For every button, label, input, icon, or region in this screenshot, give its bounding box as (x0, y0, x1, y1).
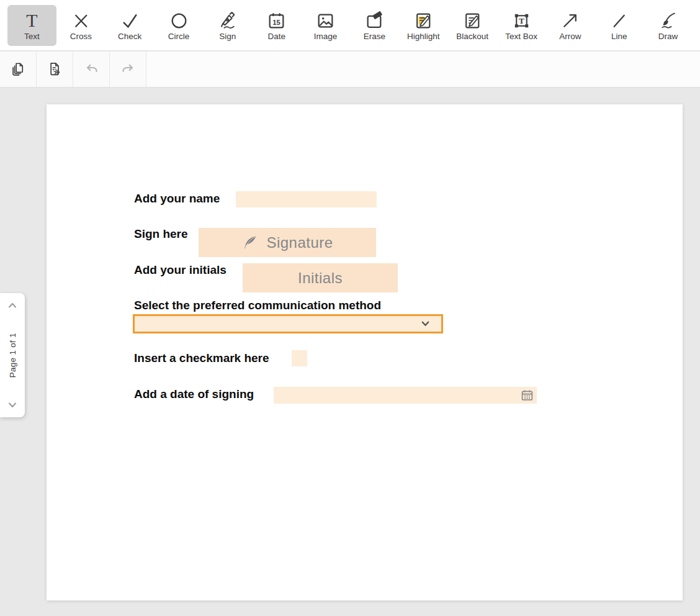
tool-label: Circle (168, 32, 190, 41)
date-field-label: Add a date of signing (134, 387, 254, 401)
erase-icon (364, 11, 385, 31)
image-icon (315, 11, 336, 31)
tool-draw[interactable]: Draw (644, 5, 693, 46)
tool-label: Draw (658, 32, 678, 41)
sign-icon (217, 11, 238, 31)
dropdown-field-label: Select the preferred communication metho… (134, 299, 381, 312)
document-canvas: Add your name Sign here Signature Add yo… (0, 88, 700, 616)
svg-text:T: T (26, 11, 37, 30)
page-navigator: Page 1 of 1 (0, 293, 25, 417)
pages-button[interactable] (0, 52, 37, 87)
tool-label: Arrow (559, 32, 581, 41)
text-icon: T (22, 11, 42, 31)
calendar-icon (521, 389, 534, 402)
signature-field-label: Sign here (134, 227, 188, 241)
date-icon: 15 (266, 11, 287, 31)
check-icon (120, 11, 140, 31)
tool-sign[interactable]: Sign (203, 5, 252, 46)
tool-image[interactable]: Image (301, 5, 350, 46)
page-settings-button[interactable] (37, 52, 73, 87)
line-icon (609, 11, 629, 31)
tool-circle[interactable]: Circle (155, 5, 204, 46)
svg-text:15: 15 (272, 19, 280, 26)
next-page-button[interactable] (7, 401, 18, 410)
tool-label: Date (267, 32, 285, 41)
tool-text[interactable]: T Text (7, 5, 56, 46)
blackout-icon (462, 11, 483, 31)
page-settings-icon (47, 61, 63, 78)
tool-text-box[interactable]: T Text Box (497, 5, 546, 46)
tool-date[interactable]: 15 Date (252, 5, 301, 46)
tool-label: Text (24, 32, 40, 41)
tool-label: Text Box (505, 32, 537, 41)
signature-field[interactable]: Signature (199, 228, 376, 257)
tool-line[interactable]: Line (595, 5, 644, 46)
arrow-icon (560, 11, 580, 31)
undo-icon (83, 61, 100, 78)
highlight-icon (413, 11, 434, 31)
redo-button[interactable] (110, 52, 146, 87)
name-field-label: Add your name (134, 192, 220, 206)
checkmark-field[interactable] (292, 350, 307, 366)
tool-highlight[interactable]: Highlight (399, 5, 448, 46)
initials-field-label: Add your initials (134, 263, 227, 277)
tool-label: Cross (70, 32, 92, 41)
tool-check[interactable]: Check (105, 5, 155, 46)
date-of-signing-field[interactable] (274, 387, 537, 404)
tool-label: Line (611, 32, 627, 41)
pdf-editor-app: T Text Cross Check Circle (0, 0, 700, 616)
main-toolbar: T Text Cross Check Circle (0, 0, 700, 51)
name-input-field[interactable] (236, 191, 377, 207)
svg-text:T: T (519, 16, 524, 25)
checkbox-field-label: Insert a checkmark here (134, 351, 269, 365)
redo-icon (120, 61, 137, 78)
tool-cross[interactable]: Cross (56, 5, 105, 46)
undo-button[interactable] (73, 52, 110, 87)
signature-placeholder: Signature (266, 234, 333, 251)
tool-blackout[interactable]: Blackout (448, 5, 497, 46)
tool-label: Blackout (456, 32, 488, 41)
cross-icon (71, 11, 91, 31)
tool-erase[interactable]: Erase (350, 5, 399, 46)
page-indicator: Page 1 of 1 (8, 333, 17, 378)
feather-icon (241, 234, 258, 251)
tool-label: Erase (364, 32, 385, 41)
pages-icon (10, 61, 27, 78)
tool-arrow[interactable]: Arrow (545, 5, 595, 46)
tool-label: Highlight (407, 32, 440, 41)
text-box-icon: T (511, 11, 532, 31)
tool-label: Sign (219, 32, 236, 41)
initials-placeholder: Initials (298, 270, 343, 287)
draw-icon (658, 11, 678, 31)
secondary-toolbar (0, 52, 700, 88)
previous-page-button[interactable] (7, 301, 18, 309)
chevron-up-icon (7, 301, 18, 309)
initials-field[interactable]: Initials (243, 263, 398, 292)
communication-method-dropdown[interactable] (133, 314, 443, 333)
tool-label: Check (118, 32, 141, 41)
chevron-down-icon (421, 319, 430, 328)
tool-label: Image (314, 32, 338, 41)
document-page: Add your name Sign here Signature Add yo… (47, 104, 683, 600)
circle-icon (169, 11, 189, 31)
chevron-down-icon (7, 402, 18, 409)
